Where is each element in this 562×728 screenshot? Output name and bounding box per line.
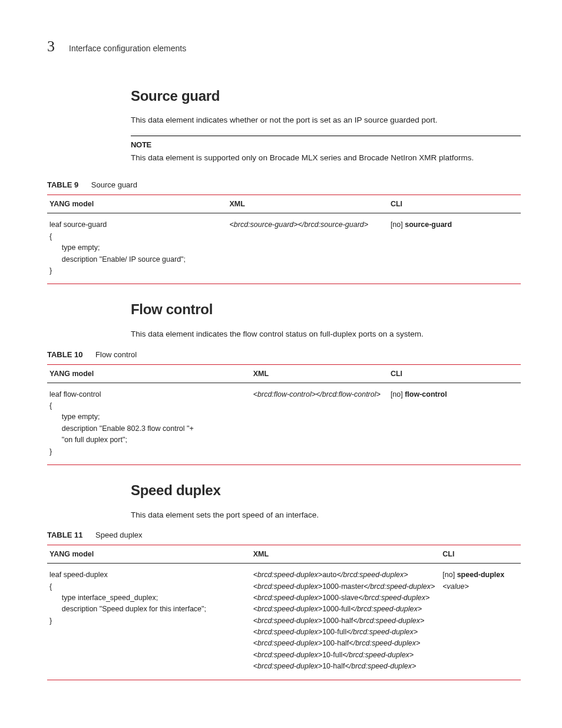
table-title: Speed duplex	[95, 531, 143, 539]
cli-cell: [no] speed-duplex<value>	[442, 569, 517, 592]
xml-cell: <brcd:speed-duplex>auto</brcd:speed-dupl…	[253, 569, 437, 672]
xml-cell: <brcd:source-guard></brcd:source-guard>	[230, 219, 385, 230]
chapter-title: Interface configuration elements	[69, 42, 186, 54]
table-source-guard: YANG model XML CLI leaf source-guard { t…	[47, 195, 521, 284]
note-text: This data element is supported only on B…	[131, 152, 521, 164]
yang-cell: leaf speed-duplex { type interface_speed…	[49, 569, 247, 627]
divider	[131, 136, 521, 136]
section-heading-speed-duplex: Speed duplex	[131, 480, 521, 501]
table-caption: TABLE 11 Speed duplex	[47, 530, 521, 541]
col-header: YANG model	[47, 195, 227, 213]
table-label: TABLE 10	[47, 350, 82, 359]
table-caption: TABLE 9 Source guard	[47, 180, 521, 191]
table-caption: TABLE 10 Flow control	[47, 350, 521, 361]
cli-cell: [no] flow-control	[391, 389, 517, 400]
col-header: XML	[251, 545, 441, 564]
col-header: CLI	[440, 545, 521, 564]
section-intro: This data element sets the port speed of…	[131, 509, 521, 521]
section-intro: This data element indicates whether or n…	[131, 114, 521, 126]
chapter-number: 3	[47, 35, 55, 58]
table-title: Source guard	[91, 180, 137, 189]
table-label: TABLE 11	[47, 531, 82, 539]
xml-cell: <brcd:flow-control></brcd:flow-control>	[253, 389, 385, 400]
yang-cell: leaf flow-control { type empty; descript…	[49, 389, 247, 457]
table-flow-control: YANG model XML CLI leaf flow-control { t…	[47, 364, 521, 465]
col-header: XML	[227, 195, 388, 213]
col-header: CLI	[388, 195, 521, 213]
note-label: NOTE	[131, 140, 521, 151]
col-header: YANG model	[47, 545, 251, 564]
cli-cell: [no] source-guard	[391, 219, 517, 230]
section-heading-flow-control: Flow control	[131, 299, 521, 320]
yang-cell: leaf source-guard { type empty; descript…	[49, 219, 224, 276]
table-label: TABLE 9	[47, 180, 78, 189]
table-title: Flow control	[95, 350, 137, 359]
table-speed-duplex: YANG model XML CLI leaf speed-duplex { t…	[47, 545, 521, 680]
page-header: 3 Interface configuration elements	[47, 35, 521, 58]
section-heading-source-guard: Source guard	[131, 86, 521, 107]
col-header: YANG model	[47, 364, 251, 383]
col-header: CLI	[388, 364, 521, 383]
section-intro: This data element indicates the flow con…	[131, 328, 521, 340]
col-header: XML	[251, 364, 388, 383]
